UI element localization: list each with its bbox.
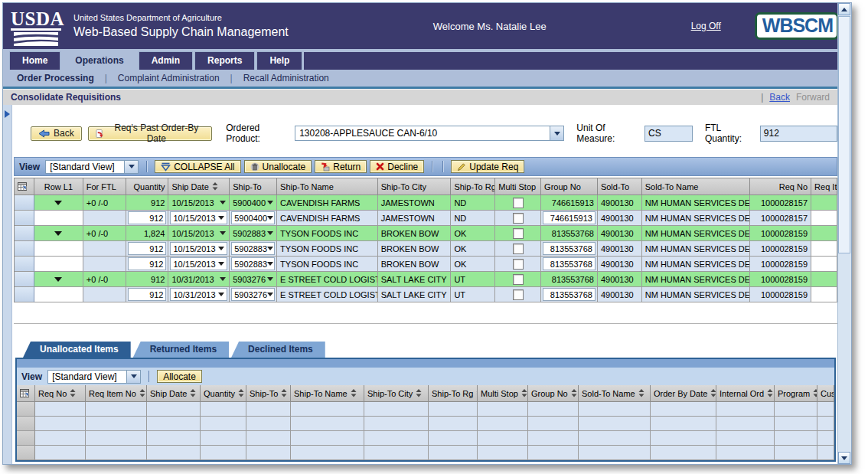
- group-no-cell[interactable]: 813553768: [541, 257, 598, 272]
- multi-stop-cell[interactable]: [495, 287, 541, 302]
- tab-returned-items[interactable]: Returned Items: [133, 342, 229, 358]
- unallocate-button[interactable]: Unallocate: [244, 160, 312, 173]
- nav-tab-reports[interactable]: Reports: [194, 51, 255, 70]
- nav-tab-admin[interactable]: Admin: [139, 51, 193, 70]
- items-select-all-header-cell[interactable]: [17, 385, 35, 402]
- ship-date-cell[interactable]: 10/31/2013: [168, 272, 230, 287]
- ship-to-dropdown-icon[interactable]: [267, 247, 273, 250]
- multi-stop-checkbox[interactable]: [513, 198, 524, 208]
- items-column-header-multi-stop[interactable]: Multi Stop: [478, 385, 528, 402]
- nav-tab-operations[interactable]: Operations: [62, 51, 136, 70]
- column-header-ship-date[interactable]: Ship Date: [168, 178, 230, 195]
- row-selector-cell[interactable]: [15, 241, 34, 257]
- column-header-ship-to-city[interactable]: Ship-To City: [378, 178, 452, 195]
- ship-date-select[interactable]: 10/31/2013: [170, 288, 227, 301]
- expand-panel-icon[interactable]: [5, 110, 10, 118]
- subnav-item-order-processing[interactable]: Order Processing: [12, 73, 99, 83]
- row-selector-cell[interactable]: [15, 257, 34, 272]
- quantity-cell[interactable]: 912: [126, 241, 169, 257]
- row-selector-cell[interactable]: [15, 226, 34, 241]
- scroll-down-button[interactable]: [838, 452, 850, 464]
- ship-to-dropdown-icon[interactable]: [267, 293, 273, 296]
- row-l1-cell[interactable]: [34, 272, 83, 287]
- items-column-header-ship-to-name[interactable]: Ship-To Name: [291, 385, 364, 402]
- column-header-for-ftl[interactable]: For FTL: [83, 178, 126, 195]
- log-off-link[interactable]: Log Off: [691, 21, 721, 31]
- ship-to-select[interactable]: 5903276: [231, 288, 275, 301]
- quantity-cell[interactable]: 912: [126, 287, 169, 302]
- ship-to-select[interactable]: 5900400: [231, 211, 275, 224]
- items-row-selector-cell[interactable]: [17, 417, 35, 431]
- quantity-cell[interactable]: 912: [126, 211, 169, 226]
- multi-stop-checkbox[interactable]: [513, 228, 524, 239]
- row-selector-cell[interactable]: [15, 287, 34, 302]
- items-column-header-req-item-no[interactable]: Req Item No: [86, 385, 147, 402]
- multi-stop-checkbox[interactable]: [513, 259, 524, 270]
- items-column-header-req-no[interactable]: Req No: [35, 385, 86, 402]
- items-column-header-program[interactable]: Program: [775, 385, 817, 402]
- column-header-group-no[interactable]: Group No: [541, 178, 598, 195]
- history-back-link[interactable]: Back: [769, 92, 790, 103]
- items-column-header-cust[interactable]: Cust: [817, 385, 834, 402]
- vertical-scrollbar[interactable]: [837, 3, 851, 464]
- collapsed-nav-panel[interactable]: [3, 105, 12, 464]
- items-row-selector-cell[interactable]: [17, 446, 35, 460]
- group-no-cell[interactable]: 746615913: [541, 211, 598, 226]
- multi-stop-checkbox[interactable]: [513, 244, 524, 254]
- quantity-input[interactable]: 912: [128, 242, 167, 255]
- ship-to-cell[interactable]: 5900400: [230, 211, 277, 226]
- items-view-select[interactable]: [Standard View]: [47, 370, 141, 384]
- ship-to-dropdown-icon[interactable]: [267, 262, 273, 266]
- ship-to-cell[interactable]: 5902883: [230, 226, 277, 241]
- ship-date-dropdown-icon[interactable]: [220, 231, 226, 235]
- ship-date-select[interactable]: 10/15/2013: [170, 211, 227, 224]
- select-all-header-cell[interactable]: [15, 178, 34, 195]
- back-button[interactable]: Back: [31, 126, 82, 141]
- items-view-dropdown-icon[interactable]: [126, 371, 140, 383]
- ship-date-select[interactable]: 10/15/2013: [170, 257, 227, 270]
- items-column-header-group-no[interactable]: Group No: [528, 385, 579, 402]
- ship-to-select[interactable]: 5902883: [231, 257, 275, 270]
- row-l1-cell[interactable]: [34, 226, 83, 241]
- ship-date-cell[interactable]: 10/15/2013: [168, 257, 230, 272]
- decline-button[interactable]: Decline: [370, 160, 424, 173]
- ordered-product-dropdown-icon[interactable]: [550, 126, 563, 140]
- group-no-cell[interactable]: 813553768: [541, 241, 598, 257]
- multi-stop-checkbox[interactable]: [513, 274, 524, 285]
- ship-to-dropdown-icon[interactable]: [267, 231, 273, 235]
- ship-date-dropdown-icon[interactable]: [220, 277, 226, 281]
- multi-stop-cell[interactable]: [495, 257, 541, 272]
- ship-to-cell[interactable]: 5903276: [230, 272, 277, 287]
- ship-date-cell[interactable]: 10/31/2013: [168, 287, 230, 302]
- column-header-ship-to-rg[interactable]: Ship-To Rg: [451, 178, 495, 195]
- ship-date-cell[interactable]: 10/15/2013: [168, 211, 230, 226]
- group-no-cell[interactable]: 813553768: [541, 287, 598, 302]
- group-no-input[interactable]: 746615913: [543, 211, 596, 224]
- multi-stop-cell[interactable]: [495, 195, 541, 211]
- view-select[interactable]: [Standard View]: [45, 160, 139, 174]
- column-header-multi-stop[interactable]: Multi Stop: [495, 178, 541, 195]
- collapse-row-icon[interactable]: [54, 277, 62, 282]
- items-column-header-ship-to-rg[interactable]: Ship-To Rg: [429, 385, 478, 402]
- ship-to-dropdown-icon[interactable]: [267, 277, 273, 281]
- subnav-item-recall-administration[interactable]: Recall Administration: [239, 73, 334, 83]
- past-order-by-date-button[interactable]: Req's Past Order-By Date: [88, 126, 213, 141]
- column-header-quantity[interactable]: Quantity: [126, 178, 169, 195]
- items-column-header-ship-to[interactable]: Ship-To: [246, 385, 291, 402]
- update-req-button[interactable]: Update Req: [451, 160, 524, 173]
- collapse-row-icon[interactable]: [54, 231, 62, 236]
- column-header-ship-to-name[interactable]: Ship-To Name: [277, 178, 378, 195]
- column-header-sold-to-name[interactable]: Sold-To Name: [642, 178, 751, 195]
- items-row-selector-cell[interactable]: [17, 402, 35, 417]
- ship-to-dropdown-icon[interactable]: [267, 216, 273, 220]
- ship-date-select[interactable]: 10/15/2013: [170, 242, 227, 255]
- items-column-header-ship-to-city[interactable]: Ship-To City: [364, 385, 429, 402]
- quantity-input[interactable]: 912: [128, 211, 167, 224]
- ship-date-dropdown-icon[interactable]: [218, 216, 224, 220]
- items-column-header-sold-to-name[interactable]: Sold-To Name: [579, 385, 651, 402]
- multi-stop-cell[interactable]: [495, 241, 541, 257]
- ship-to-cell[interactable]: 5902883: [230, 257, 277, 272]
- tab-unallocated-items[interactable]: Unallocated Items: [23, 342, 131, 358]
- multi-stop-cell[interactable]: [495, 211, 541, 226]
- group-no-input[interactable]: 813553768: [543, 257, 596, 270]
